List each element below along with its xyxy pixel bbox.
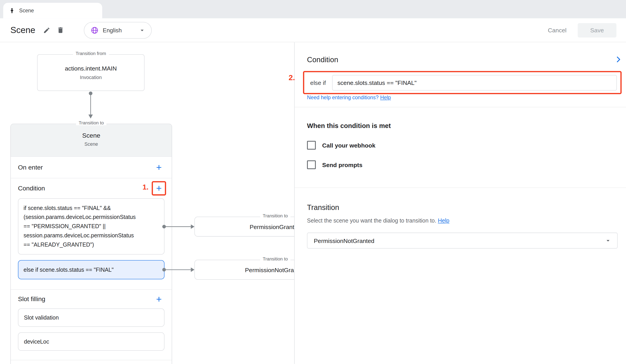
condition-section-label: Condition xyxy=(18,185,152,192)
node-badge: Transition to xyxy=(260,214,291,218)
node-badge: Transition from xyxy=(73,51,109,56)
panel-divider xyxy=(295,187,626,188)
on-enter-section: On enter + xyxy=(11,157,172,178)
scene-node-header[interactable]: Scene Scene xyxy=(11,124,172,157)
header-actions: Cancel Save xyxy=(548,23,616,37)
condition-help-text: Need help entering conditions? xyxy=(307,95,378,101)
webhook-checkbox-row: Call your webhook xyxy=(307,141,375,149)
language-selector[interactable]: English xyxy=(84,22,152,39)
edit-scene-button[interactable] xyxy=(40,23,53,37)
chevron-down-icon xyxy=(139,27,146,34)
annotation-highlight-box: else if scene.slots.status == "FINAL" xyxy=(303,71,622,94)
scene-node-card: Transition to Scene Scene On enter + Con… xyxy=(10,124,172,364)
condition-input[interactable]: scene.slots.status == "FINAL" xyxy=(332,75,617,90)
chevron-right-icon xyxy=(614,55,623,64)
app-root: Transition from actions.intent.MAIN Invo… xyxy=(0,0,626,364)
panel-divider xyxy=(295,107,626,107)
condition-item[interactable]: if scene.slots.status == "FINAL" && (ses… xyxy=(18,198,164,255)
transition-help-link[interactable]: Help xyxy=(438,217,449,224)
browser-tab-scene[interactable]: Scene xyxy=(3,3,102,18)
condition-editor-panel: Condition 2. else if scene.slots.status … xyxy=(294,42,626,364)
condition-item-selected[interactable]: else if scene.slots.status == "FINAL" xyxy=(18,260,164,279)
transition-description-text: Select the scene you want the dialog to … xyxy=(307,217,436,224)
save-button[interactable]: Save xyxy=(578,23,616,37)
invocation-title: actions.intent.MAIN xyxy=(38,65,144,72)
prompts-checkbox-label: Send prompts xyxy=(322,161,362,168)
globe-icon xyxy=(91,26,99,34)
transition-scene-select[interactable]: PermissionNotGranted xyxy=(307,233,618,249)
app-header: Scene English Cancel Save xyxy=(0,18,626,42)
when-condition-met-heading: When this condition is met xyxy=(307,122,391,130)
annotation-step-2: 2. xyxy=(289,73,295,82)
slot-item[interactable]: Slot validation xyxy=(18,308,164,327)
condition-section: Condition 1. + xyxy=(11,178,172,198)
transition-heading: Transition xyxy=(307,203,339,212)
card-section-divider xyxy=(11,360,172,361)
prompts-checkbox[interactable] xyxy=(307,160,316,169)
tab-strip: Scene xyxy=(0,0,626,18)
condition-help-line: Need help entering conditions?Help xyxy=(307,95,391,101)
tab-title: Scene xyxy=(19,8,34,14)
delete-scene-button[interactable] xyxy=(54,23,67,37)
transition-scene-value: PermissionNotGranted xyxy=(314,237,375,244)
actions-person-icon xyxy=(9,7,15,14)
page-title: Scene xyxy=(10,25,35,35)
slot-item[interactable]: deviceLoc xyxy=(18,332,164,351)
annotation-step-1: 1. xyxy=(142,183,149,191)
language-label: English xyxy=(103,27,135,33)
pencil-icon xyxy=(43,27,51,34)
condition-help-link[interactable]: Help xyxy=(380,95,391,101)
trash-icon xyxy=(57,26,64,34)
transition-node-title: PermissionGranted xyxy=(250,223,301,230)
cancel-button[interactable]: Cancel xyxy=(548,27,566,34)
webhook-checkbox[interactable] xyxy=(307,141,316,149)
add-on-enter-button[interactable]: + xyxy=(152,160,166,175)
on-enter-label: On enter xyxy=(18,164,152,171)
scene-node-subtitle: Scene xyxy=(11,141,172,147)
invocation-subtitle: Invocation xyxy=(38,74,144,80)
slot-filling-label: Slot filling xyxy=(18,295,152,303)
caret-down-icon xyxy=(604,237,612,244)
add-condition-button[interactable]: + xyxy=(152,181,166,196)
transition-description: Select the scene you want the dialog to … xyxy=(307,217,449,224)
node-badge: Transition to xyxy=(76,121,107,125)
scene-node-title: Scene xyxy=(11,132,172,139)
panel-heading: Condition xyxy=(307,55,338,64)
webhook-checkbox-label: Call your webhook xyxy=(322,142,375,149)
collapse-panel-button[interactable] xyxy=(612,53,625,66)
prompts-checkbox-row: Send prompts xyxy=(307,160,362,169)
invocation-node[interactable]: Transition from actions.intent.MAIN Invo… xyxy=(37,54,145,91)
condition-operator-label: else if xyxy=(310,79,326,86)
slot-filling-section: Slot filling + xyxy=(11,289,172,308)
node-badge: Transition to xyxy=(260,256,291,261)
add-slot-button[interactable]: + xyxy=(152,292,166,306)
